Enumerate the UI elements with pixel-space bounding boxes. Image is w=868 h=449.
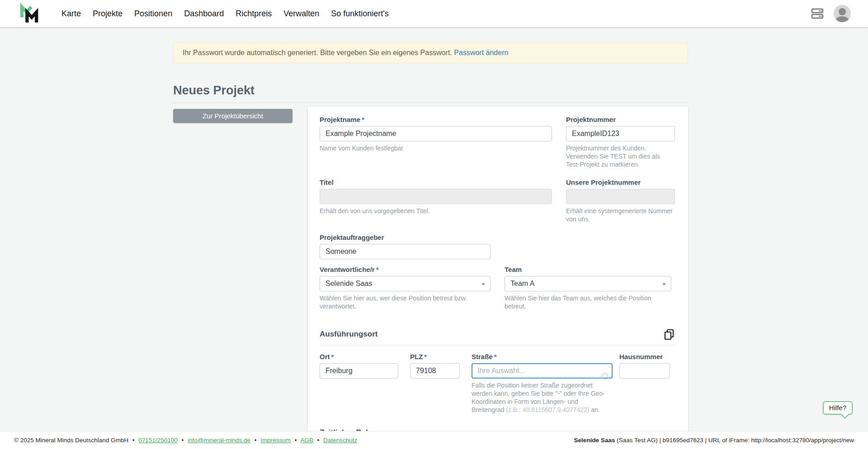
page-body: Ihr Passwort wurde automatisch generiert… (0, 27, 868, 431)
password-warning-banner: Ihr Passwort wurde automatisch generiert… (173, 42, 688, 63)
footer-link-impressum[interactable]: Impressum (260, 437, 291, 444)
page-title: Neues Projekt (173, 84, 688, 98)
section-divider (320, 345, 675, 346)
footer-user-details: (Saas Test AG) | b91695ed7623 | URL of i… (615, 437, 854, 444)
verantwortliche-help: Wählen Sie hier aus, wer diese Position … (320, 294, 491, 310)
footer-session-info: Selenide Saas (Saas Test AG) | b91695ed7… (574, 437, 854, 444)
hausnummer-label: Hausnummer (619, 353, 670, 360)
projektname-field: Projektname* Name vom Kunden festlegbar (320, 116, 552, 168)
team-label: Team (505, 266, 671, 273)
footer-link-datenschutz[interactable]: Datenschutz (323, 437, 357, 444)
projektauftraggeber-field: Projektauftraggeber (320, 234, 675, 259)
titel-label: Titel (320, 178, 552, 186)
strasse-field: Straße* Falls die Position keiner Straße… (472, 353, 613, 414)
ort-input[interactable] (320, 363, 398, 379)
nav-item-karte[interactable]: Karte (61, 9, 81, 19)
titel-field: Titel Erhält den von uns vorgegebenen Ti… (320, 178, 552, 223)
plz-field: PLZ* (410, 353, 460, 414)
footer-left: © 2025 Mineral Minds Deutschland GmbH • … (14, 437, 357, 444)
nav-item-richtpreis[interactable]: Richtpreis (236, 9, 272, 19)
unsere-projektnummer-label: Unsere Projektnummer (566, 178, 675, 186)
copyright-text: © 2025 Mineral Minds Deutschland GmbH (14, 437, 128, 444)
team-select[interactable]: Team A (505, 276, 671, 291)
unsere-projektnummer-input (566, 189, 675, 204)
projektname-help: Name vom Kunden festlegbar (320, 144, 552, 152)
avatar (834, 5, 851, 22)
titel-input (320, 189, 552, 204)
hausnummer-field: Hausnummer (619, 353, 670, 414)
new-project-form-card: Projektname* Name vom Kunden festlegbar … (308, 107, 688, 431)
logo-icon (18, 3, 40, 24)
unsere-projektnummer-field: Unsere Projektnummer Erhält eine systemg… (566, 178, 675, 223)
plz-label: PLZ* (410, 353, 460, 360)
user-avatar-icon[interactable] (834, 5, 851, 22)
nav-item-so-funktionierts[interactable]: So funktioniert's (331, 9, 389, 19)
title-divider (173, 103, 688, 103)
projektnummer-input[interactable] (566, 126, 675, 141)
mineral-minds-logo[interactable] (18, 3, 40, 24)
strasse-help: Falls die Position keiner Straße zugeord… (472, 381, 613, 414)
projektname-input[interactable] (320, 126, 552, 141)
verantwortliche-field: Verantwortliche/r* Selenide Saas Wählen … (320, 266, 491, 310)
help-bubble-button[interactable]: Hilfe? (823, 401, 853, 415)
nav-item-positionen[interactable]: Positionen (134, 9, 172, 19)
server-icon-glyph (810, 6, 825, 21)
strasse-label: Straße* (472, 353, 613, 360)
required-marker: * (331, 353, 334, 360)
titel-help: Erhält den von uns vorgegebenen Titel. (320, 207, 552, 215)
main-nav: Karte Projekte Positionen Dashboard Rich… (61, 9, 389, 19)
footer-user-name: Selenide Saas (574, 437, 615, 444)
required-marker: * (376, 266, 379, 273)
nav-item-projekte[interactable]: Projekte (93, 9, 123, 19)
footer-link-email[interactable]: info@mineral-minds.de (188, 437, 250, 444)
plz-input[interactable] (410, 363, 460, 379)
required-marker: * (424, 353, 427, 360)
section-title-ausfuehrungsort: Ausführungsort (320, 328, 377, 339)
ort-field: Ort* (320, 353, 398, 414)
nav-item-verwalten[interactable]: Verwalten (283, 9, 319, 19)
verantwortliche-label: Verantwortliche/r* (320, 266, 491, 273)
projektauftraggeber-label: Projektauftraggeber (320, 234, 675, 241)
footer-link-agb[interactable]: AGB (301, 437, 314, 444)
nav-item-dashboard[interactable]: Dashboard (184, 9, 224, 19)
projektnummer-label: Projektnummer (566, 116, 675, 123)
projektnummer-field: Projektnummer Projektnummer des Kunden. … (566, 116, 675, 168)
ort-label: Ort* (320, 353, 398, 360)
team-field: Team Team A Wählen Sie hier das Team aus… (505, 266, 671, 310)
projektauftraggeber-input[interactable] (320, 244, 491, 259)
top-navbar: Karte Projekte Positionen Dashboard Rich… (0, 0, 868, 27)
required-marker: * (494, 353, 497, 360)
chevron-down-icon (662, 283, 666, 285)
footer: © 2025 Mineral Minds Deutschland GmbH • … (0, 431, 868, 449)
banner-message: Ihr Passwort wurde automatisch generiert… (183, 49, 452, 56)
hausnummer-input[interactable] (619, 363, 670, 379)
footer-link-phone[interactable]: 07151/250100 (138, 437, 177, 444)
team-help: Wählen Sie hier das Team aus, welches di… (505, 294, 671, 310)
chevron-down-icon (481, 283, 485, 285)
projektnummer-help: Projektnummer des Kunden. Verwenden Sie … (566, 144, 675, 168)
server-icon[interactable] (810, 6, 825, 21)
copy-icon (663, 328, 675, 340)
loading-spinner-icon (601, 373, 608, 379)
back-to-project-overview-button[interactable]: Zur Projektübersicht (173, 109, 292, 123)
unsere-projektnummer-help: Erhält eine systemgenerierte Nummer von … (566, 207, 675, 223)
required-marker: * (362, 116, 364, 123)
projektname-label: Projektname* (320, 116, 552, 123)
strasse-input[interactable] (472, 363, 613, 379)
copy-address-button[interactable] (663, 328, 675, 341)
section-title-zeitlicher-rahmen: Zeitlicher Rahmen (320, 427, 386, 431)
verantwortliche-select[interactable]: Selenide Saas (320, 276, 491, 291)
change-password-link[interactable]: Passwort ändern (454, 49, 508, 56)
team-selected-value: Team A (510, 280, 534, 288)
verantwortliche-selected-value: Selenide Saas (326, 280, 372, 288)
